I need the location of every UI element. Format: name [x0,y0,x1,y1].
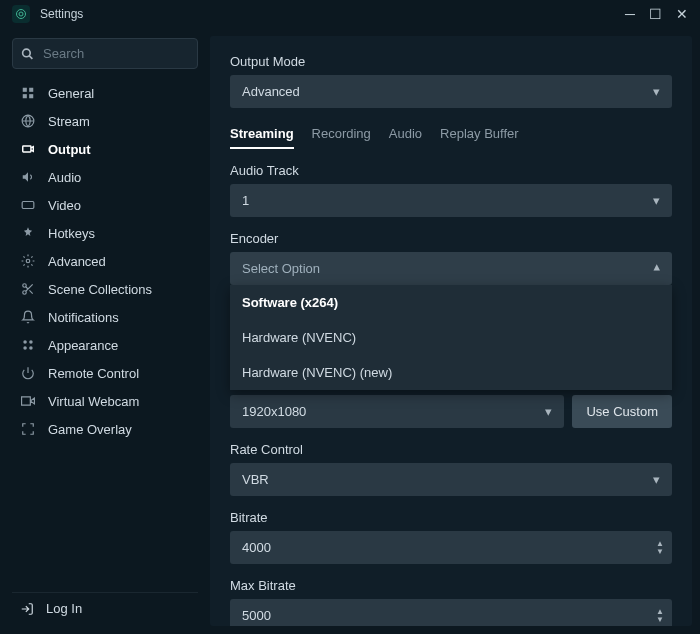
svg-line-3 [29,55,32,58]
login-icon [20,602,34,616]
close-button[interactable]: ✕ [676,7,688,21]
sidebar-item-label: Output [48,142,91,157]
sidebar-item-notifications[interactable]: Notifications [12,303,198,331]
sidebar-item-appearance[interactable]: Appearance [12,331,198,359]
minimize-button[interactable]: ─ [625,7,635,21]
sidebar-item-label: Advanced [48,254,106,269]
chevron-down-icon: ▾ [653,193,660,208]
login-label: Log In [46,601,82,616]
sidebar-item-advanced[interactable]: Advanced [12,247,198,275]
sidebar-item-label: General [48,86,94,101]
hotkeys-icon [20,225,36,241]
svg-rect-7 [29,94,33,98]
max-bitrate-input[interactable]: 5000 ▲▼ [230,599,672,626]
content-panel: Output Mode Advanced ▾ Streaming Recordi… [210,36,692,626]
output-icon [20,141,36,157]
encoder-option[interactable]: Hardware (NVENC) [230,320,672,355]
tab-audio[interactable]: Audio [389,126,422,149]
search-input[interactable] [12,38,198,69]
svg-point-15 [29,340,33,344]
svg-point-0 [17,10,26,19]
bitrate-input[interactable]: 4000 ▲▼ [230,531,672,564]
stepper-icon[interactable]: ▲▼ [656,608,664,624]
sidebar-item-remote-control[interactable]: Remote Control [12,359,198,387]
audio-track-label: Audio Track [230,163,672,178]
sidebar-item-virtual-webcam[interactable]: Virtual Webcam [12,387,198,415]
audio-track-select[interactable]: 1 ▾ [230,184,672,217]
sidebar-item-label: Virtual Webcam [48,394,139,409]
maximize-button[interactable]: ☐ [649,7,662,21]
sidebar-item-label: Notifications [48,310,119,325]
encoder-option[interactable]: Hardware (NVENC) (new) [230,355,672,390]
max-bitrate-value: 5000 [242,608,271,623]
svg-rect-6 [23,94,27,98]
window-title: Settings [40,7,83,21]
video-icon [20,197,36,213]
sidebar-item-stream[interactable]: Stream [12,107,198,135]
sidebar-item-video[interactable]: Video [12,191,198,219]
chevron-down-icon: ▾ [545,404,552,419]
camera-icon [20,393,36,409]
chevron-down-icon: ▾ [653,84,660,99]
bitrate-label: Bitrate [230,510,672,525]
sidebar-item-hotkeys[interactable]: Hotkeys [12,219,198,247]
sidebar-item-general[interactable]: General [12,79,198,107]
bell-icon [20,309,36,325]
audio-icon [20,169,36,185]
tab-streaming[interactable]: Streaming [230,126,294,149]
svg-point-11 [26,259,30,263]
sidebar-item-game-overlay[interactable]: Game Overlay [12,415,198,443]
bitrate-value: 4000 [242,540,271,555]
tab-replay-buffer[interactable]: Replay Buffer [440,126,519,149]
use-custom-button[interactable]: Use Custom [572,395,672,428]
globe-icon [20,113,36,129]
svg-point-14 [23,340,27,344]
encoder-label: Encoder [230,231,672,246]
rate-control-value: VBR [242,472,269,487]
encoder-value: Select Option [242,261,320,276]
encoder-select[interactable]: Select Option ▾ [230,252,672,285]
sidebar-item-label: Game Overlay [48,422,132,437]
resolution-select[interactable]: 1920x1080 ▾ [230,395,564,428]
sidebar-item-label: Appearance [48,338,118,353]
rate-control-select[interactable]: VBR ▾ [230,463,672,496]
gear-icon [20,253,36,269]
svg-point-1 [19,12,23,16]
svg-point-2 [23,49,31,57]
tab-recording[interactable]: Recording [312,126,371,149]
audio-track-value: 1 [242,193,249,208]
power-icon [20,365,36,381]
sidebar-item-label: Audio [48,170,81,185]
svg-rect-9 [23,146,31,152]
sidebar-item-label: Stream [48,114,90,129]
resolution-value: 1920x1080 [242,404,306,419]
scissors-icon [20,281,36,297]
rate-control-label: Rate Control [230,442,672,457]
stepper-icon[interactable]: ▲▼ [656,540,664,556]
tabs: Streaming Recording Audio Replay Buffer [230,126,672,149]
chevron-up-icon: ▾ [653,261,660,276]
output-mode-select[interactable]: Advanced ▾ [230,75,672,108]
sidebar-item-scene-collections[interactable]: Scene Collections [12,275,198,303]
sidebar-item-output[interactable]: Output [12,135,198,163]
titlebar: Settings ─ ☐ ✕ [0,0,700,28]
svg-point-16 [23,346,27,350]
svg-point-17 [29,346,33,350]
chevron-down-icon: ▾ [653,472,660,487]
expand-icon [20,421,36,437]
svg-rect-5 [29,88,33,92]
output-mode-label: Output Mode [230,54,672,69]
app-logo-icon [12,5,30,23]
grid-icon [20,85,36,101]
encoder-option[interactable]: Software (x264) [230,285,672,320]
sidebar-item-label: Scene Collections [48,282,152,297]
appearance-icon [20,337,36,353]
sidebar-item-label: Video [48,198,81,213]
sidebar-item-audio[interactable]: Audio [12,163,198,191]
encoder-dropdown: Software (x264) Hardware (NVENC) Hardwar… [230,285,672,390]
search-icon [21,47,34,60]
svg-rect-4 [23,88,27,92]
output-mode-value: Advanced [242,84,300,99]
max-bitrate-label: Max Bitrate [230,578,672,593]
login-button[interactable]: Log In [12,592,198,624]
